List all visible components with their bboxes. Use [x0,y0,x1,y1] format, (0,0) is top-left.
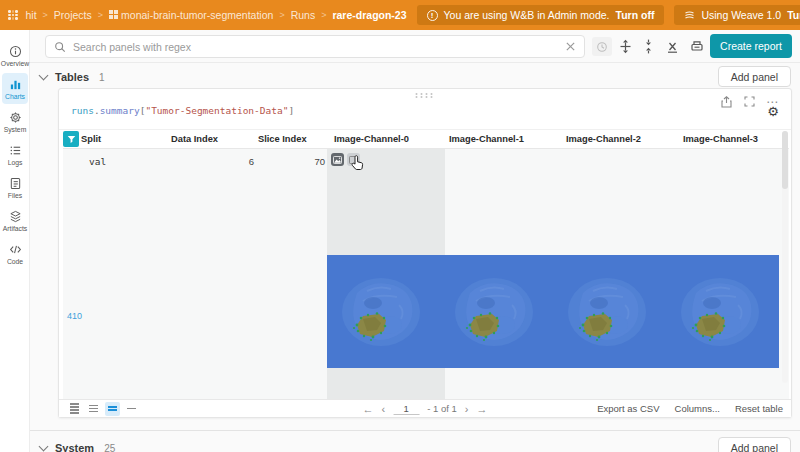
panel-search-box [45,35,585,58]
cell-split-value[interactable]: val [89,156,106,167]
panel-settings-gear-icon[interactable]: ⚙ [767,105,779,119]
column-header-split[interactable]: Split [81,130,101,148]
exclamation-circle-icon: ! [427,10,438,21]
sidebar-item-charts[interactable]: Charts [2,73,28,104]
breadcrumb: hit > Projects > monai-brain-tumor-segme… [26,9,407,21]
breadcrumb-separator: > [43,10,48,20]
query-string: "Tumor-Segmentation-Data" [145,105,288,116]
weave-message: Using Weave 1.0 [701,9,781,21]
panel-drag-handle-icon[interactable] [416,93,435,98]
workspace-toolbar: Create report [30,30,800,63]
info-icon [9,45,22,58]
search-icon [54,41,66,53]
outliers-icon[interactable] [688,38,705,55]
admin-mode-turn-off-button[interactable]: Turn off [616,9,655,21]
sidebar-item-artifacts[interactable]: Artifacts [2,205,28,236]
columns-button[interactable]: Columns... [675,403,720,414]
project-grid-icon [109,10,118,19]
column-header-slice-index[interactable]: Slice Index [258,130,307,148]
chevron-down-icon[interactable] [39,442,49,452]
artifacts-icon [9,210,22,223]
logs-icon [9,144,22,157]
sidebar-item-code[interactable]: Code [2,238,28,269]
sidebar-label: Logs [8,159,23,166]
cell-slice-index-value[interactable]: 70 [285,156,325,167]
create-report-button[interactable]: Create report [710,34,792,58]
charts-icon [9,78,22,91]
table-footer: ← ‹ - 1 of 1 › → Export as CSV Columns..… [59,399,791,417]
system-section-count: 25 [104,443,115,452]
image-channel-0-scan[interactable] [327,255,440,368]
search-input[interactable] [73,41,558,53]
row-height-large-button[interactable] [124,402,139,416]
section-divider [30,430,800,431]
image-channel-1-scan[interactable] [440,255,553,368]
gear-icon [9,111,22,124]
reset-table-button[interactable]: Reset table [735,403,783,414]
weave-turn-off-button[interactable]: Turn off [787,9,800,21]
wandb-run-page: hit > Projects > monai-brain-tumor-segme… [0,0,800,452]
column-header-image-channel-2[interactable]: Image-Channel-2 [566,130,641,148]
previous-page-icon[interactable]: ‹ [382,403,386,415]
image-row [327,255,779,368]
row-height-xs-button[interactable] [67,402,82,416]
sidebar-item-system[interactable]: System [2,106,28,137]
export-csv-button[interactable]: Export as CSV [597,403,659,414]
x-axis-icon[interactable] [664,38,681,55]
table-vertical-scrollbar[interactable] [782,131,788,383]
breadcrumb-entity[interactable]: hit [26,9,37,21]
sidebar-item-overview[interactable]: Overview [2,40,28,71]
search-history-icon[interactable] [592,37,612,56]
fullscreen-icon[interactable] [743,95,756,108]
cell-data-index-value[interactable]: 6 [203,156,254,167]
sidebar-label: Artifacts [3,225,28,232]
filter-funnel-icon[interactable] [63,131,79,147]
sidebar-item-logs[interactable]: Logs [2,139,28,170]
pagination: ← ‹ - 1 of 1 › → [363,403,488,415]
table-header-row: Split Data Index Slice Index Image-Chann… [59,130,791,148]
breadcrumb-separator: > [98,10,103,20]
sidebar-label: Code [7,258,23,265]
tables-section-title[interactable]: Tables [55,71,89,83]
image-overlay-toggle-icon[interactable] [331,153,344,166]
image-channel-2-scan[interactable] [553,255,666,368]
sidebar-label: Files [8,192,22,199]
sidebar-label: Overview [1,60,29,67]
panel-query-expression[interactable]: runs.summary["Tumor-Segmentation-Data"] [71,105,294,116]
breadcrumb-separator: > [321,10,326,20]
column-header-image-channel-0[interactable]: Image-Channel-0 [334,130,409,148]
run-sidebar: Overview Charts System Logs Files Artifa… [0,30,30,452]
clear-search-icon[interactable] [565,41,576,52]
collapse-panels-icon[interactable] [640,38,657,55]
wandb-logo-icon[interactable] [8,7,18,23]
breadcrumb-project[interactable]: monai-brain-tumor-segmentation [109,9,273,21]
last-page-icon[interactable]: → [476,403,487,415]
image-channel-3-scan[interactable] [666,255,779,368]
query-object: runs [71,105,94,116]
admin-mode-banner: ! You are using W&B in Admin mode. Turn … [417,5,665,25]
breadcrumb-run-name[interactable]: rare-dragon-23 [332,9,406,21]
weave-banner: Using Weave 1.0 Turn off [674,5,800,25]
column-header-image-channel-1[interactable]: Image-Channel-1 [449,130,524,148]
mask-toggle-icon[interactable] [347,153,360,166]
row-height-small-button[interactable] [86,402,101,416]
page-number-input[interactable] [393,403,419,415]
next-page-icon[interactable]: › [465,403,469,415]
files-icon [9,177,22,190]
add-panel-button[interactable]: Add panel [718,66,791,87]
share-panel-icon[interactable] [720,95,733,108]
row-index-link[interactable]: 410 [67,311,82,321]
expand-panels-icon[interactable] [617,38,634,55]
add-panel-button[interactable]: Add panel [718,437,791,452]
breadcrumb-projects[interactable]: Projects [54,9,92,21]
data-table: Split Data Index Slice Index Image-Chann… [59,129,791,401]
system-section-title[interactable]: System [55,442,94,452]
column-header-data-index[interactable]: Data Index [171,130,218,148]
column-header-image-channel-3[interactable]: Image-Channel-3 [683,130,758,148]
breadcrumb-runs[interactable]: Runs [291,9,316,21]
first-page-icon[interactable]: ← [363,403,374,415]
row-height-medium-button[interactable] [105,402,120,416]
top-navigation-bar: hit > Projects > monai-brain-tumor-segme… [0,0,800,30]
chevron-down-icon[interactable] [39,71,49,81]
sidebar-item-files[interactable]: Files [2,172,28,203]
